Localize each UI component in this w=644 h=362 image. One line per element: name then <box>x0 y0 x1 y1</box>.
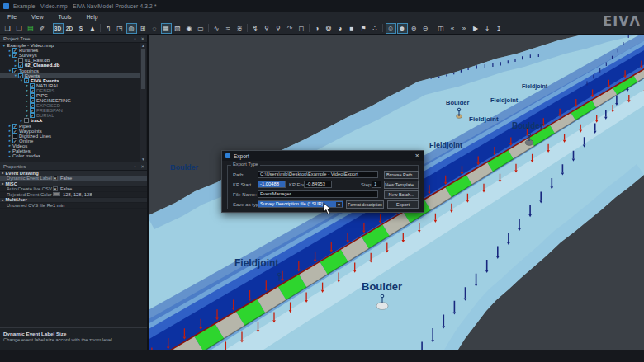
scroll-up-icon[interactable]: ▲ <box>140 43 146 49</box>
color-scale-button[interactable]: ▦ <box>161 23 172 34</box>
north-arrow-button[interactable]: ▲ <box>88 23 98 34</box>
tag-button[interactable]: ⚑ <box>358 23 369 34</box>
tree-item-label: PIPE <box>36 93 48 98</box>
menu-file[interactable]: File <box>0 12 24 22</box>
checkbox[interactable]: ✓ <box>12 68 17 73</box>
export-dialog-titlebar[interactable]: Export ✕ <box>222 151 424 161</box>
waypoint-pin2-button[interactable]: ⚲ <box>273 23 284 34</box>
checkbox[interactable]: ✓ <box>30 98 35 103</box>
pin-icon[interactable]: ▫ <box>131 164 138 169</box>
close-icon[interactable]: ✕ <box>411 153 424 159</box>
save-button[interactable]: ▤ <box>26 23 36 34</box>
property-checkbox[interactable]: ✕ <box>53 176 58 181</box>
checkbox[interactable] <box>24 118 29 123</box>
paint-model-button[interactable]: ◕ <box>335 23 346 34</box>
toolbar-separator <box>309 24 310 32</box>
image-overlay-button[interactable]: ▧ <box>173 23 183 34</box>
profile-view-button[interactable]: ∿ <box>211 23 222 34</box>
connect-button[interactable]: ✐ <box>37 23 48 34</box>
scroll-down-icon[interactable]: ▼ <box>140 157 146 162</box>
browse-path-button[interactable]: Browse Path... <box>384 171 419 179</box>
viewport-label: Fieldjoint <box>522 83 548 90</box>
select-rect-button[interactable]: ◻ <box>296 23 307 34</box>
events-smiley2-button[interactable]: ☻ <box>397 23 408 34</box>
tree-item-label: Palettes <box>12 148 31 153</box>
checkbox[interactable]: ✓ <box>30 103 35 108</box>
checkbox[interactable]: ✓ <box>24 78 29 83</box>
menu-help[interactable]: Help <box>78 12 105 22</box>
tree-item-label: Waypoints <box>19 129 42 134</box>
pin-icon[interactable]: ▫ <box>131 36 138 41</box>
contour-button[interactable]: ◌ <box>149 23 160 34</box>
property-row[interactable]: Unowned CVS file Refresh ti1 min <box>0 203 147 209</box>
grid-button[interactable]: ⊞ <box>138 23 149 34</box>
new-template-button[interactable]: New Template... <box>384 181 419 189</box>
tree-item-color-modes[interactable]: ▸Color modes <box>0 153 140 158</box>
chevron-down-icon[interactable]: ▼ <box>336 202 342 208</box>
upload-button[interactable]: ↥ <box>494 23 504 34</box>
view-split-button[interactable]: S <box>76 23 87 34</box>
profile-stack-button[interactable]: ≋ <box>234 23 245 34</box>
step-forward-button[interactable]: » <box>459 23 470 34</box>
checkbox[interactable]: ✓ <box>30 88 35 93</box>
shaded-model-button[interactable]: ◍ <box>126 23 137 34</box>
color-swatch[interactable] <box>53 192 60 196</box>
play-button[interactable]: ▶ <box>471 23 481 34</box>
checkbox[interactable] <box>18 58 23 63</box>
palette-button[interactable]: ❂ <box>324 23 334 34</box>
menu-tools[interactable]: Tools <box>51 12 79 22</box>
tree-scrollbar[interactable]: ▲ ▼ <box>140 43 146 162</box>
import-data-button[interactable]: ↰ <box>103 23 114 34</box>
checkbox[interactable]: ✓ <box>18 63 23 68</box>
kp-end-input[interactable]: -0.84953 <box>304 181 332 188</box>
ruler-button[interactable]: ▭ <box>196 23 206 34</box>
new-batch-button[interactable]: New Batch... <box>384 190 419 199</box>
kp-start-input[interactable]: -1.00488 <box>258 181 286 188</box>
menu-view[interactable]: View <box>24 12 51 22</box>
video-capture-button[interactable]: ◫ <box>436 23 447 34</box>
path-input[interactable]: C:\Users\mjb\Desktop\Example - Video\Exp… <box>258 171 378 178</box>
brightness-button[interactable]: ◑ <box>312 23 323 34</box>
tree-item-label: Color modes <box>12 153 40 158</box>
events-smiley-button[interactable]: ☺ <box>386 23 396 34</box>
collapse-icon[interactable]: ■ <box>2 198 3 202</box>
checkbox[interactable]: ✓ <box>12 48 17 53</box>
checkbox[interactable]: ✓ <box>30 93 35 98</box>
view-3d-button[interactable]: 3D <box>53 23 64 34</box>
download-button[interactable]: ↧ <box>482 23 493 34</box>
step-input[interactable]: 1 <box>372 181 381 188</box>
undo-button[interactable]: ↷ <box>285 23 296 34</box>
checkbox[interactable]: ✓ <box>18 73 23 78</box>
add-event-button[interactable]: ⊕ <box>409 23 419 34</box>
new-project-button[interactable]: ❏ <box>2 23 13 34</box>
collapse-icon[interactable]: ■ <box>2 181 3 186</box>
model-box-button[interactable]: ◳ <box>115 23 125 34</box>
close-icon[interactable]: ✕ <box>138 164 147 169</box>
checkbox[interactable]: ✓ <box>12 53 17 58</box>
checkbox[interactable]: ✓ <box>30 83 35 88</box>
checkbox[interactable]: ✓ <box>12 124 17 129</box>
format-description-button[interactable]: Format description <box>346 200 384 209</box>
checkbox[interactable] <box>12 134 17 139</box>
property-description-title: Dynamic Event Label Size <box>3 331 144 336</box>
checkbox[interactable]: ✓ <box>30 108 35 113</box>
checkbox[interactable]: ✓ <box>12 139 17 143</box>
fill-color-button[interactable]: ■ <box>347 23 358 34</box>
waypoint-pin-button[interactable]: ⚲ <box>262 23 272 34</box>
property-checkbox[interactable]: ✕ <box>53 186 58 191</box>
snapshot-button[interactable]: ◉ <box>184 23 195 34</box>
route-button[interactable]: ↯ <box>250 23 261 34</box>
collapse-icon[interactable]: ■ <box>2 171 3 175</box>
checkbox[interactable]: ✓ <box>30 113 35 118</box>
close-icon[interactable]: ✕ <box>138 36 147 41</box>
export-button[interactable]: Export <box>387 200 419 209</box>
checkbox[interactable]: ✓ <box>12 129 17 134</box>
file-name-input[interactable]: EventManager <box>258 190 378 198</box>
profile-multi-button[interactable]: ≈ <box>223 23 234 34</box>
remove-event-button[interactable]: ⊖ <box>420 23 431 34</box>
open-project-button[interactable]: ❒ <box>14 23 25 34</box>
scroll-thumb[interactable] <box>141 49 145 89</box>
scatter-button[interactable]: ∴ <box>370 23 381 34</box>
view-2d-button[interactable]: 2D <box>64 23 75 34</box>
step-back-button[interactable]: « <box>447 23 458 34</box>
